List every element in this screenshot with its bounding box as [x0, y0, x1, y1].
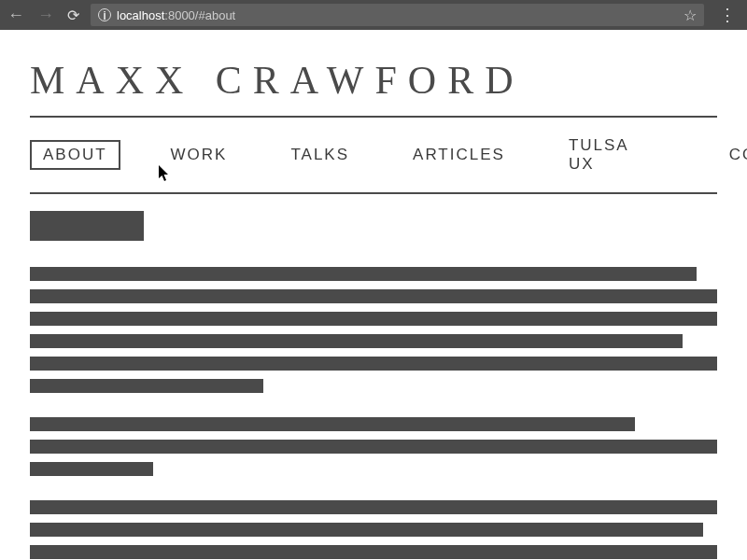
page-content: MAXX CRAWFORD ABOUT WORK TALKS ARTICLES …: [0, 30, 747, 559]
paragraph-placeholder: [30, 267, 717, 393]
nav-about[interactable]: ABOUT: [30, 140, 120, 170]
site-title: MAXX CRAWFORD: [30, 58, 717, 118]
nav-tulsa-ux[interactable]: TULSA UX: [556, 131, 641, 179]
back-button[interactable]: ←: [7, 6, 24, 25]
browser-toolbar: ← → ⟳ i localhost:8000/#about ☆ ⋮: [0, 0, 747, 30]
url-text: localhost:8000/#about: [117, 8, 678, 22]
address-bar[interactable]: i localhost:8000/#about ☆: [91, 4, 704, 26]
nav-contact[interactable]: CONTACT: [716, 140, 747, 170]
nav-work[interactable]: WORK: [158, 140, 241, 170]
forward-button[interactable]: →: [37, 6, 54, 25]
reload-button[interactable]: ⟳: [67, 7, 79, 24]
site-info-icon[interactable]: i: [98, 8, 111, 21]
section-heading-placeholder: [30, 211, 144, 241]
paragraph-placeholder: [30, 500, 717, 559]
nav-talks[interactable]: TALKS: [277, 140, 362, 170]
paragraph-placeholder: [30, 417, 717, 476]
bookmark-star-icon[interactable]: ☆: [684, 7, 697, 24]
browser-menu-icon[interactable]: ⋮: [715, 5, 740, 25]
about-section: [30, 194, 717, 559]
main-nav: ABOUT WORK TALKS ARTICLES TULSA UX CONTA…: [30, 118, 717, 194]
nav-articles[interactable]: ARTICLES: [400, 140, 518, 170]
